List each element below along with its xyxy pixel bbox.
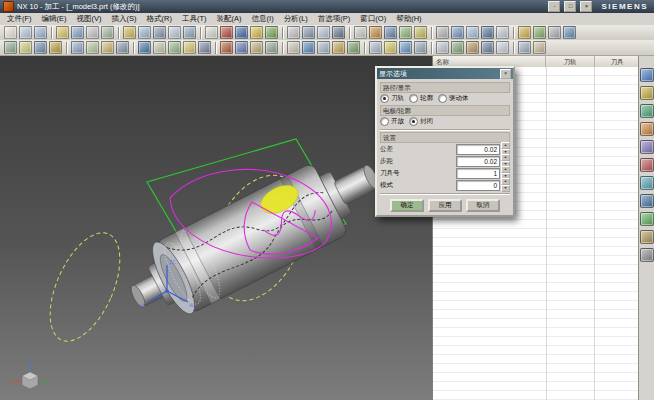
toolbar-icon[interactable] — [86, 26, 99, 39]
toolbar-icon[interactable] — [19, 41, 32, 54]
internet-browser-icon[interactable] — [640, 212, 654, 226]
menu-item[interactable]: 分析(L) — [279, 14, 313, 24]
toolbar-icon[interactable] — [451, 26, 464, 39]
toolbar-icon[interactable] — [138, 41, 151, 54]
menu-item[interactable]: 编辑(E) — [37, 14, 72, 24]
toolbar-icon[interactable] — [302, 26, 315, 39]
stepover-input[interactable]: 0.02 — [456, 156, 500, 167]
history-icon[interactable] — [640, 230, 654, 244]
toolbar-icon[interactable] — [384, 41, 397, 54]
menu-item[interactable]: 信息(I) — [247, 14, 279, 24]
display-options-dialog[interactable]: 显示选项 × 路径/显示 刀轨 轮廓 驱动体 电极/轮廓 开放 封闭 设置 公差… — [375, 66, 515, 217]
toolbar-icon[interactable] — [34, 26, 47, 39]
menu-item[interactable]: 帮助(H) — [391, 14, 426, 24]
toolbar-icon[interactable] — [496, 26, 509, 39]
operation-navigator-icon[interactable] — [640, 122, 654, 136]
cancel-button[interactable]: 取消 — [466, 199, 500, 212]
toolbar-icon[interactable] — [533, 41, 546, 54]
apply-button[interactable]: 应用 — [428, 199, 462, 212]
toolbar-icon[interactable] — [71, 41, 84, 54]
toolbar-icon[interactable] — [235, 26, 248, 39]
toolbar-icon[interactable] — [518, 26, 531, 39]
toolbar-icon[interactable] — [220, 41, 233, 54]
process-assistant-icon[interactable] — [640, 158, 654, 172]
mode-spinner[interactable]: ▲▼ — [501, 178, 510, 192]
menu-item[interactable]: 工具(T) — [177, 14, 212, 24]
model-part[interactable] — [116, 139, 394, 334]
toolbar-icon[interactable] — [317, 26, 330, 39]
radio-open[interactable] — [380, 117, 389, 126]
toolbar-icon[interactable] — [138, 26, 151, 39]
toolbar-icon[interactable] — [101, 41, 114, 54]
viewport-canvas[interactable]: ZC XC YC — [0, 56, 432, 400]
toolbar-icon[interactable] — [481, 26, 494, 39]
toolbar-icon[interactable] — [250, 41, 263, 54]
toolbar-icon[interactable] — [4, 41, 17, 54]
tool-number-input[interactable]: 1 — [456, 168, 500, 179]
toolbar-icon[interactable] — [116, 41, 129, 54]
constraint-navigator-icon[interactable] — [640, 86, 654, 100]
toolbar-icon[interactable] — [436, 26, 449, 39]
toolbar-icon[interactable] — [168, 26, 181, 39]
toolbar-icon[interactable] — [250, 26, 263, 39]
toolbar-icon[interactable] — [496, 41, 509, 54]
radio-drive-body[interactable] — [438, 94, 447, 103]
radio-closed[interactable] — [409, 117, 418, 126]
toolbar-icon[interactable] — [414, 26, 427, 39]
machine-tool-navigator-icon[interactable] — [640, 140, 654, 154]
toolbar-icon[interactable] — [332, 26, 345, 39]
toolbar-icon[interactable] — [399, 26, 412, 39]
close-button[interactable]: × — [580, 1, 592, 12]
view-cube[interactable] — [10, 360, 50, 389]
maximize-button[interactable]: □ — [564, 1, 576, 12]
menu-item[interactable]: 文件(F) — [2, 14, 37, 24]
toolbar-icon[interactable] — [4, 26, 17, 39]
ok-button[interactable]: 确定 — [390, 199, 424, 212]
toolbar-icon[interactable] — [19, 26, 32, 39]
toolbar-icon[interactable] — [548, 26, 561, 39]
toolbar-icon[interactable] — [287, 26, 300, 39]
toolbar-icon[interactable] — [71, 26, 84, 39]
toolbar-icon[interactable] — [518, 41, 531, 54]
toolbar-icon[interactable] — [466, 41, 479, 54]
column-header-toolpath[interactable]: 刀轨 — [546, 56, 595, 67]
toolbar-icon[interactable] — [34, 41, 47, 54]
menu-item[interactable]: 视图(V) — [72, 14, 107, 24]
toolbar-icon[interactable] — [369, 41, 382, 54]
toolbar-icon[interactable] — [481, 41, 494, 54]
radio-toolpath[interactable] — [380, 94, 389, 103]
toolbar-icon[interactable] — [153, 26, 166, 39]
toolbar-icon[interactable] — [56, 26, 69, 39]
menu-item[interactable]: 首选项(P) — [313, 14, 356, 24]
menu-item[interactable]: 格式(R) — [142, 14, 177, 24]
toolbar-icon[interactable] — [153, 41, 166, 54]
toolbar-icon[interactable] — [533, 26, 546, 39]
graphics-viewport[interactable]: ZC XC YC — [0, 56, 432, 400]
toolbar-icon[interactable] — [436, 41, 449, 54]
toolbar-icon[interactable] — [183, 41, 196, 54]
toolbar-icon[interactable] — [168, 41, 181, 54]
toolbar-icon[interactable] — [198, 41, 211, 54]
toolbar-icon[interactable] — [332, 41, 345, 54]
menu-item[interactable]: 插入(S) — [107, 14, 142, 24]
toolbar-icon[interactable] — [235, 41, 248, 54]
toolbar-icon[interactable] — [302, 41, 315, 54]
toolbar-icon[interactable] — [49, 41, 62, 54]
assembly-navigator-icon[interactable] — [640, 68, 654, 82]
hd3d-tool-icon[interactable] — [640, 194, 654, 208]
part-navigator-icon[interactable] — [640, 104, 654, 118]
reuse-library-icon[interactable] — [640, 176, 654, 190]
toolbar-icon[interactable] — [354, 26, 367, 39]
toolbar-icon[interactable] — [183, 26, 196, 39]
system-materials-icon[interactable] — [640, 248, 654, 262]
mode-input[interactable]: 0 — [456, 180, 500, 191]
toolbar-icon[interactable] — [451, 41, 464, 54]
column-header-tool[interactable]: 刀具 — [595, 56, 639, 67]
toolbar-icon[interactable] — [347, 41, 360, 54]
toolbar-icon[interactable] — [563, 26, 576, 39]
toolbar-icon[interactable] — [466, 26, 479, 39]
menu-item[interactable]: 装配(A) — [212, 14, 247, 24]
toolbar-icon[interactable] — [205, 26, 218, 39]
toolbar-icon[interactable] — [287, 41, 300, 54]
boundary-ellipse-left[interactable] — [36, 223, 134, 352]
